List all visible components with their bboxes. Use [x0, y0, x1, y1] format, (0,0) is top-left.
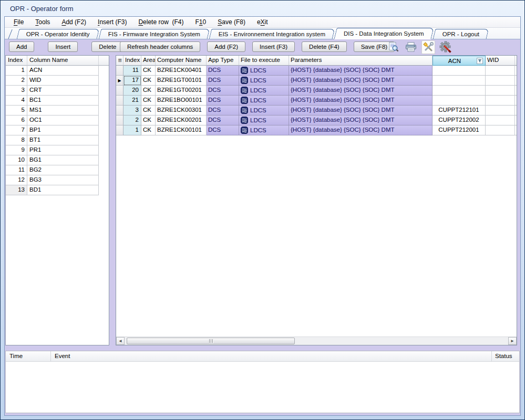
grid-header-parameters[interactable]: Parameters: [289, 56, 433, 66]
cell-app-type[interactable]: DCS: [207, 86, 239, 96]
add-button[interactable]: Add: [9, 41, 34, 52]
cell-file-to-execute[interactable]: LDCS: [239, 106, 289, 116]
list-item[interactable]: 1ACN: [6, 66, 109, 76]
grid-header-app-type[interactable]: App Type: [207, 56, 239, 66]
grid-header-area[interactable]: Area: [141, 56, 156, 66]
cell-wid[interactable]: [486, 76, 515, 86]
cell-area[interactable]: CK: [141, 125, 156, 135]
table-row[interactable]: 1CKBZRE1CK00101DCSLDCS{HOST} {database} …: [116, 125, 517, 135]
cell-acn[interactable]: [433, 86, 486, 96]
row-selector-cell[interactable]: ▶: [116, 76, 123, 86]
grid-header-selector[interactable]: ≣: [116, 56, 123, 66]
cell-parameters[interactable]: {HOST} {database} {SOC} {SOC} DMT: [289, 86, 433, 96]
cell-wid[interactable]: [486, 125, 515, 135]
cell-file-to-execute[interactable]: LDCS: [239, 66, 289, 76]
table-row[interactable]: 2CKBZRE1CK00201DCSLDCS{HOST} {database} …: [116, 116, 517, 125]
tab-opr[interactable]: OPR - Logout: [433, 29, 489, 39]
cell-file-to-execute[interactable]: LDCS: [239, 76, 289, 86]
cell-crt[interactable]: [515, 125, 517, 135]
left-cell-index[interactable]: 8: [6, 135, 27, 145]
cell-index[interactable]: 17: [123, 76, 141, 86]
cell-wid[interactable]: [486, 96, 515, 106]
cell-index[interactable]: 11: [123, 66, 141, 76]
table-row[interactable]: 3CKBZRE1CK00301DCSLDCS{HOST} {database} …: [116, 106, 517, 116]
table-row[interactable]: 11CKBZRE1CK00401DCSLDCS{HOST} {database}…: [116, 66, 517, 76]
left-cell-index[interactable]: 10: [6, 155, 27, 165]
cell-wid[interactable]: [486, 106, 515, 116]
cell-wid[interactable]: [486, 86, 515, 96]
cell-computer-name[interactable]: BZRE1CK00401: [156, 66, 207, 76]
insert-button[interactable]: Insert: [48, 41, 78, 52]
table-row[interactable]: 21CKBZRE1BO00101DCSLDCS{HOST} {database}…: [116, 96, 517, 106]
cell-crt[interactable]: [515, 76, 517, 86]
list-item[interactable]: 11BG2: [6, 165, 109, 175]
scrollbar-thumb[interactable]: [127, 338, 295, 344]
left-cell-index[interactable]: 9: [6, 145, 27, 155]
left-cell-name[interactable]: MS1: [27, 106, 99, 116]
cell-computer-name[interactable]: BZRE1CK00101: [156, 125, 207, 135]
cell-parameters[interactable]: {HOST} {database} {SOC} {SOC} DMT: [289, 66, 433, 76]
print-preview-icon[interactable]: [387, 40, 400, 54]
left-cell-index[interactable]: 5: [6, 106, 27, 116]
cell-computer-name[interactable]: BZRE1GT00101: [156, 76, 207, 86]
cell-crt[interactable]: [515, 66, 517, 76]
table-row[interactable]: 20CKBZRE1GT00201DCSLDCS{HOST} {database}…: [116, 86, 517, 96]
cell-parameters[interactable]: {HOST} {database} {SOC} {SOC} DMT: [289, 96, 433, 106]
list-item[interactable]: 12BG3: [6, 175, 109, 185]
list-item[interactable]: 8BT1: [6, 135, 109, 145]
row-selector-cell[interactable]: [116, 96, 123, 106]
cell-index[interactable]: 21: [123, 96, 141, 106]
left-cell-name[interactable]: BG1: [27, 155, 99, 165]
left-cell-name[interactable]: PR1: [27, 145, 99, 155]
left-cell-name[interactable]: BP1: [27, 125, 99, 135]
cell-crt[interactable]: [515, 96, 517, 106]
cell-parameters[interactable]: {HOST} {database} {SOC} {SOC} DMT: [289, 125, 433, 135]
cell-area[interactable]: CK: [141, 116, 156, 125]
cell-acn[interactable]: [433, 66, 486, 76]
cell-area[interactable]: CK: [141, 86, 156, 96]
cell-computer-name[interactable]: BZRE1CK00301: [156, 106, 207, 116]
grid-header-file-to-execute[interactable]: File to execute: [239, 56, 289, 66]
list-item[interactable]: 3CRT: [6, 86, 109, 96]
cell-file-to-execute[interactable]: LDCS: [239, 86, 289, 96]
cell-acn[interactable]: [433, 76, 486, 86]
cell-app-type[interactable]: DCS: [207, 125, 239, 135]
row-selector-cell[interactable]: [116, 125, 123, 135]
left-cell-index[interactable]: 11: [6, 165, 27, 175]
menu-item-tools[interactable]: Tools: [29, 17, 56, 27]
row-selector-cell[interactable]: [116, 116, 123, 125]
row-selector-cell[interactable]: [116, 106, 123, 116]
menu-item-exit[interactable]: eXit: [251, 17, 274, 27]
cell-acn[interactable]: CUPPT212001: [433, 125, 486, 135]
scroll-right-button[interactable]: ►: [508, 337, 517, 345]
cell-index[interactable]: 2: [123, 116, 141, 125]
left-cell-index[interactable]: 12: [6, 175, 27, 185]
grid-header-computer-name[interactable]: Computer Name: [156, 56, 207, 66]
row-selector-cell[interactable]: [116, 86, 123, 96]
cell-file-to-execute[interactable]: LDCS: [239, 116, 289, 125]
list-item[interactable]: 10BG1: [6, 155, 109, 165]
menu-item-insert[interactable]: Insert (F3): [92, 17, 132, 27]
add-f2-button[interactable]: Add (F2): [207, 41, 245, 52]
cell-computer-name[interactable]: BZRE1BO00101: [156, 96, 207, 106]
grid-header-index[interactable]: Index: [123, 56, 141, 66]
cell-computer-name[interactable]: BZRE1GT00201: [156, 86, 207, 96]
cell-app-type[interactable]: DCS: [207, 66, 239, 76]
menu-item-f10[interactable]: F10: [189, 17, 212, 27]
left-cell-index[interactable]: 7: [6, 125, 27, 135]
tools-icon[interactable]: [421, 40, 435, 54]
cell-crt[interactable]: [515, 116, 517, 125]
menu-item-file[interactable]: File: [8, 17, 29, 27]
menu-item-save[interactable]: Save (F8): [212, 17, 251, 27]
list-item[interactable]: 9PR1: [6, 145, 109, 155]
left-cell-index[interactable]: 6: [6, 116, 27, 125]
left-cell-name[interactable]: BG2: [27, 165, 99, 175]
cell-crt[interactable]: [515, 86, 517, 96]
left-cell-name[interactable]: CRT: [27, 86, 99, 96]
cell-app-type[interactable]: DCS: [207, 96, 239, 106]
list-item[interactable]: 7BP1: [6, 125, 109, 135]
grid-header-wid[interactable]: WID: [486, 56, 515, 66]
cell-crt[interactable]: [515, 106, 517, 116]
cell-wid[interactable]: [486, 66, 515, 76]
left-cell-index[interactable]: 2: [6, 76, 27, 86]
